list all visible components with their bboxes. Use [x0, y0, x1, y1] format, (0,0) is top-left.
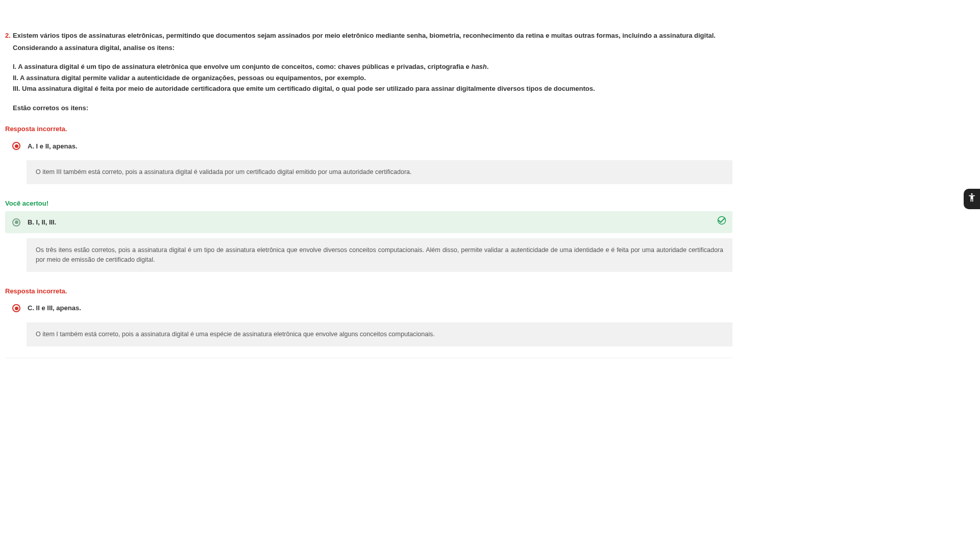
radio-selected-icon	[12, 218, 20, 227]
status-incorrect-a: Resposta incorreta.	[5, 124, 732, 134]
question-intro: Existem vários tipos de assinaturas elet…	[13, 32, 716, 39]
question-number: 2.	[5, 31, 11, 41]
option-b-row[interactable]: B. I, II, III.	[5, 211, 732, 233]
question-block: 2. Existem vários tipos de assinaturas e…	[5, 31, 732, 113]
check-icon	[717, 215, 726, 229]
option-b-label: B. I, II, III.	[28, 217, 710, 228]
item-iii: III. Uma assinatura digital é feita por …	[13, 84, 732, 94]
question-stem: Existem vários tipos de assinaturas elet…	[13, 31, 732, 113]
option-c-row[interactable]: C. II e III, apenas.	[5, 299, 732, 317]
radio-selected-icon	[12, 142, 20, 150]
option-c-explanation: O item I também está correto, pois a ass…	[27, 322, 732, 346]
status-incorrect-c: Resposta incorreta.	[5, 286, 732, 296]
option-b-explanation: Os três itens estão corretos, pois a ass…	[27, 238, 732, 272]
item-i-pre: I. A assinatura digital é um tipo de ass…	[13, 63, 471, 70]
item-i-post: .	[487, 63, 489, 70]
question-final: Estão corretos os itens:	[13, 103, 732, 113]
item-ii: II. A assinatura digital permite validar…	[13, 73, 732, 83]
option-c-label: C. II e III, apenas.	[28, 303, 726, 313]
radio-selected-icon	[12, 304, 20, 312]
item-i: I. A assinatura digital é um tipo de ass…	[13, 62, 732, 72]
question-items: I. A assinatura digital é um tipo de ass…	[13, 62, 732, 94]
option-a-row[interactable]: A. I e II, apenas.	[5, 137, 732, 156]
option-a-explanation: O item III também está correto, pois a a…	[27, 160, 732, 184]
option-a-label: A. I e II, apenas.	[28, 141, 726, 152]
question-consider: Considerando a assinatura digital, anali…	[13, 43, 732, 53]
item-i-em: hash	[471, 63, 486, 70]
divider	[5, 358, 732, 358]
status-correct-b: Você acertou!	[5, 198, 732, 209]
